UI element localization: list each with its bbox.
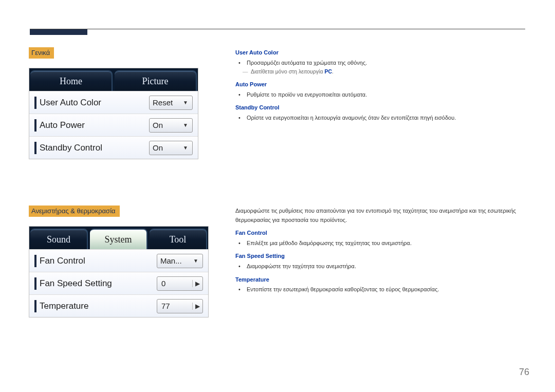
row-standby-control: Standby Control On ▼ xyxy=(29,136,198,159)
bullet: Επιλέξτε μια μέθοδο διαμόρφωσης της ταχύ… xyxy=(245,239,534,248)
tab-picture-label: Picture xyxy=(142,76,169,87)
fan-left: Ανεμιστήρας & θερμοκρασία Sound System T… xyxy=(29,206,209,318)
dropdown-fan-control[interactable]: Man... ▼ xyxy=(157,254,203,268)
general-left: Γενικά Home Picture User Auto Color Rese… xyxy=(29,47,209,159)
row-marker xyxy=(34,97,36,109)
tab-home[interactable]: Home xyxy=(30,70,113,91)
chevron-right-icon: ▶ xyxy=(192,280,202,287)
tab-row-general: Home Picture xyxy=(29,68,198,91)
tab-tool[interactable]: Tool xyxy=(150,229,207,249)
chevron-down-icon: ▼ xyxy=(182,122,189,128)
tab-sound-label: Sound xyxy=(47,234,70,245)
row-marker xyxy=(34,142,36,154)
chevron-down-icon: ▼ xyxy=(182,100,189,105)
row-fan-control: Fan Control Man... ▼ xyxy=(29,249,208,272)
stepper-value: 77 xyxy=(157,302,192,310)
tab-picture[interactable]: Picture xyxy=(115,70,197,91)
chevron-right-icon: ▶ xyxy=(192,303,202,310)
row-auto-power: Auto Power On ▼ xyxy=(29,114,198,136)
stepper-fan-speed[interactable]: 0 ▶ xyxy=(157,276,203,291)
page-content: Γενικά Home Picture User Auto Color Rese… xyxy=(29,47,534,343)
header-rule xyxy=(30,29,525,29)
row-label: Temperature xyxy=(40,301,157,311)
bullet: Ορίστε να ενεργοποιείται η λειτουργία αν… xyxy=(245,114,534,123)
term-auto-power: Auto Power xyxy=(235,80,534,89)
page-number: 76 xyxy=(519,367,529,378)
bullet: Ρυθμίστε το προϊόν να ενεργοποιείται αυτ… xyxy=(245,90,534,100)
term-fan-control: Fan Control xyxy=(235,229,534,238)
header-accent-bar xyxy=(30,29,87,35)
ui-panel-fan: Sound System Tool Fan Control Man... ▼ F… xyxy=(29,226,209,318)
sub-note: Διατίθεται μόνο στη λειτουργία PC. xyxy=(235,67,534,76)
row-label: User Auto Color xyxy=(40,98,149,108)
bullet: Διαμορφώστε την ταχύτητα του ανεμιστήρα. xyxy=(245,262,534,271)
stepper-value: 0 xyxy=(157,279,192,288)
dropdown-user-auto-color[interactable]: Reset ▼ xyxy=(149,96,193,110)
term-temperature: Temperature xyxy=(235,275,534,285)
dropdown-value: On xyxy=(153,121,182,129)
bullet: Προσαρμόζει αυτόματα τα χρώματα της οθόν… xyxy=(245,59,534,68)
chevron-down-icon: ▼ xyxy=(182,145,189,151)
row-user-auto-color: User Auto Color Reset ▼ xyxy=(29,91,198,114)
row-label: Standby Control xyxy=(40,143,149,153)
term-fan-speed: Fan Speed Setting xyxy=(235,252,534,261)
dropdown-auto-power[interactable]: On ▼ xyxy=(149,118,193,133)
tab-tool-label: Tool xyxy=(170,234,187,245)
section-general: Γενικά Home Picture User Auto Color Rese… xyxy=(29,47,534,159)
sub-suffix: . xyxy=(332,68,334,74)
fan-description: Διαμορφώστε τις ρυθμίσεις που απαιτούντα… xyxy=(235,206,534,318)
chevron-down-icon: ▼ xyxy=(192,258,199,264)
dropdown-value: Reset xyxy=(153,98,182,107)
row-marker xyxy=(34,255,36,267)
term-standby-control: Standby Control xyxy=(235,103,534,113)
sub-prefix: Διατίθεται μόνο στη λειτουργία xyxy=(251,68,324,74)
row-marker xyxy=(34,119,36,132)
row-label: Fan Control xyxy=(40,256,157,266)
dropdown-value: On xyxy=(153,143,182,152)
bullet: Εντοπίστε την εσωτερική θερμοκρασία καθο… xyxy=(245,285,534,294)
row-label: Auto Power xyxy=(40,120,149,130)
pc-label: PC xyxy=(324,68,332,74)
section-label-fan: Ανεμιστήρας & θερμοκρασία xyxy=(29,206,120,217)
ui-panel-general: Home Picture User Auto Color Reset ▼ Aut… xyxy=(29,68,198,159)
section-fan: Ανεμιστήρας & θερμοκρασία Sound System T… xyxy=(29,206,534,318)
dropdown-value: Man... xyxy=(160,256,192,265)
tab-row-fan: Sound System Tool xyxy=(29,227,208,249)
tab-system[interactable]: System xyxy=(90,229,147,249)
row-marker xyxy=(34,277,36,290)
row-marker xyxy=(34,300,36,312)
dropdown-standby-control[interactable]: On ▼ xyxy=(149,141,193,155)
general-description: User Auto Color Προσαρμόζει αυτόματα τα … xyxy=(235,47,534,159)
row-temperature: Temperature 77 ▶ xyxy=(29,294,208,317)
row-label: Fan Speed Setting xyxy=(40,278,157,289)
fan-intro: Διαμορφώστε τις ρυθμίσεις που απαιτούντα… xyxy=(235,207,534,225)
tab-home-label: Home xyxy=(60,76,82,87)
section-label-general: Γενικά xyxy=(29,47,54,59)
tab-sound[interactable]: Sound xyxy=(30,229,88,249)
stepper-temperature[interactable]: 77 ▶ xyxy=(157,299,203,313)
term-user-auto-color: User Auto Color xyxy=(235,48,534,58)
tab-system-label: System xyxy=(104,234,132,245)
row-fan-speed: Fan Speed Setting 0 ▶ xyxy=(29,272,208,294)
